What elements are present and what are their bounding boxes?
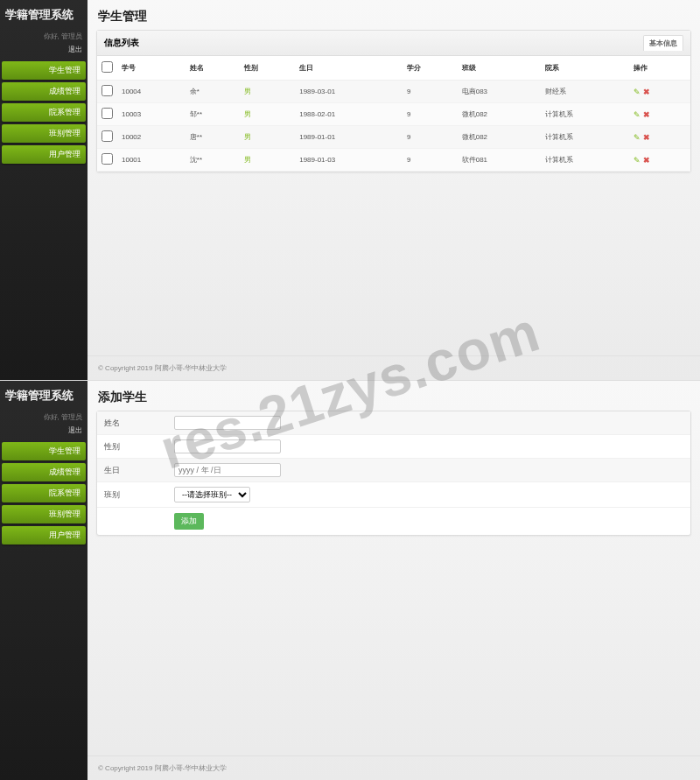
edit-icon[interactable]: ✎ bbox=[634, 133, 640, 142]
nav-user[interactable]: 用户管理 bbox=[2, 526, 86, 545]
col-header: 学分 bbox=[402, 56, 458, 81]
checkbox-all[interactable] bbox=[102, 61, 113, 73]
cell-credit: 9 bbox=[402, 81, 458, 103]
table-row: 10001沈**男1989-01-039软件081计算机系✎✖ bbox=[97, 149, 690, 172]
cell-id: 10004 bbox=[117, 81, 186, 103]
nav: 学生管理 成绩管理 院系管理 班别管理 用户管理 bbox=[0, 61, 88, 164]
cell-credit: 9 bbox=[402, 149, 458, 172]
cell-class: 微机082 bbox=[458, 126, 541, 149]
cell-dept: 计算机系 bbox=[541, 126, 629, 149]
input-gender[interactable] bbox=[174, 439, 281, 453]
greeting: 你好, 管理员 bbox=[0, 30, 88, 43]
col-header: 院系 bbox=[541, 56, 629, 81]
select-class[interactable]: --请选择班别-- bbox=[174, 487, 250, 502]
nav-class[interactable]: 班别管理 bbox=[2, 505, 86, 524]
main-content: 添加学生 姓名 性别 生日 班别 --请选择班别-- 添加 © Copyrigh… bbox=[88, 381, 700, 780]
cell-name: 唐** bbox=[186, 126, 241, 149]
cell-credit: 9 bbox=[402, 126, 458, 149]
sidebar: 学籍管理系统 你好, 管理员 退出 学生管理 成绩管理 院系管理 班别管理 用户… bbox=[0, 0, 88, 380]
cell-id: 10003 bbox=[117, 103, 186, 126]
label-name: 姓名 bbox=[104, 418, 174, 429]
nav-student[interactable]: 学生管理 bbox=[2, 61, 86, 80]
page-title: 添加学生 bbox=[88, 381, 700, 411]
cell-id: 10002 bbox=[117, 126, 186, 149]
main-content: 学生管理 信息列表 基本信息 学号姓名性别生日学分班级院系操作 10004余*男… bbox=[88, 0, 700, 380]
cell-gender: 男 bbox=[240, 126, 295, 149]
col-header: 性别 bbox=[240, 56, 295, 81]
nav-dept[interactable]: 院系管理 bbox=[2, 484, 86, 502]
cell-dept: 计算机系 bbox=[541, 149, 629, 172]
label-birth: 生日 bbox=[104, 465, 174, 476]
cell-name: 沈** bbox=[186, 149, 241, 172]
cell-name: 余* bbox=[186, 81, 241, 103]
label-gender: 性别 bbox=[104, 441, 174, 453]
nav-user[interactable]: 用户管理 bbox=[2, 145, 86, 164]
delete-icon[interactable]: ✖ bbox=[643, 133, 650, 142]
cell-name: 邹** bbox=[186, 103, 241, 126]
add-form-panel: 姓名 性别 生日 班别 --请选择班别-- 添加 bbox=[96, 411, 691, 536]
page-title: 学生管理 bbox=[88, 0, 700, 30]
table-row: 10002唐**男1989-01-019微机082计算机系✎✖ bbox=[97, 126, 690, 149]
cell-class: 微机082 bbox=[458, 103, 541, 126]
greeting: 你好, 管理员 bbox=[0, 411, 88, 424]
input-name[interactable] bbox=[174, 416, 281, 430]
edit-icon[interactable]: ✎ bbox=[634, 156, 640, 165]
info-panel: 信息列表 基本信息 学号姓名性别生日学分班级院系操作 10004余*男1989-… bbox=[96, 30, 691, 172]
edit-icon[interactable]: ✎ bbox=[634, 110, 640, 119]
delete-icon[interactable]: ✖ bbox=[643, 156, 650, 165]
row-checkbox[interactable] bbox=[102, 153, 113, 165]
tab-basic-info[interactable]: 基本信息 bbox=[643, 35, 683, 51]
cell-id: 10001 bbox=[117, 149, 186, 172]
cell-birth: 1989-01-03 bbox=[295, 149, 402, 172]
col-header: 生日 bbox=[295, 56, 402, 81]
cell-birth: 1989-03-01 bbox=[295, 81, 402, 103]
footer: © Copyright 2019 阿腾小哥-华中林业大学 bbox=[88, 355, 700, 380]
table-row: 10004余*男1989-03-019电商083财经系✎✖ bbox=[97, 81, 690, 103]
nav-grade[interactable]: 成绩管理 bbox=[2, 463, 86, 481]
col-header: 操作 bbox=[629, 56, 690, 81]
app-title: 学籍管理系统 bbox=[0, 0, 88, 30]
delete-icon[interactable]: ✖ bbox=[643, 110, 650, 119]
nav: 学生管理 成绩管理 院系管理 班别管理 用户管理 bbox=[0, 442, 88, 545]
col-header: 班级 bbox=[458, 56, 541, 81]
table-row: 10003邹**男1988-02-019微机082计算机系✎✖ bbox=[97, 103, 690, 126]
edit-icon[interactable]: ✎ bbox=[634, 88, 640, 96]
logout-link[interactable]: 退出 bbox=[0, 424, 88, 442]
footer: © Copyright 2019 阿腾小哥-华中林业大学 bbox=[88, 755, 700, 780]
row-checkbox[interactable] bbox=[102, 85, 113, 96]
submit-button[interactable]: 添加 bbox=[174, 513, 204, 530]
nav-student[interactable]: 学生管理 bbox=[2, 442, 86, 460]
cell-class: 电商083 bbox=[458, 81, 541, 103]
row-checkbox[interactable] bbox=[102, 130, 113, 142]
nav-grade[interactable]: 成绩管理 bbox=[2, 82, 86, 101]
cell-gender: 男 bbox=[240, 103, 295, 126]
col-header: 学号 bbox=[117, 56, 186, 81]
sidebar: 学籍管理系统 你好, 管理员 退出 学生管理 成绩管理 院系管理 班别管理 用户… bbox=[0, 381, 88, 780]
nav-dept[interactable]: 院系管理 bbox=[2, 103, 86, 122]
logout-link[interactable]: 退出 bbox=[0, 43, 88, 61]
row-checkbox[interactable] bbox=[102, 108, 113, 119]
label-class: 班别 bbox=[104, 489, 174, 501]
student-table: 学号姓名性别生日学分班级院系操作 10004余*男1989-03-019电商08… bbox=[97, 56, 690, 172]
panel-header: 信息列表 基本信息 bbox=[97, 31, 690, 56]
nav-class[interactable]: 班别管理 bbox=[2, 124, 86, 143]
cell-birth: 1988-02-01 bbox=[295, 103, 402, 126]
col-header: 姓名 bbox=[186, 56, 241, 81]
input-birth[interactable] bbox=[174, 463, 281, 477]
app-title: 学籍管理系统 bbox=[0, 381, 88, 411]
delete-icon[interactable]: ✖ bbox=[643, 88, 650, 96]
cell-birth: 1989-01-01 bbox=[295, 126, 402, 149]
cell-dept: 计算机系 bbox=[541, 103, 629, 126]
panel-title: 信息列表 bbox=[104, 37, 139, 49]
cell-credit: 9 bbox=[402, 103, 458, 126]
cell-gender: 男 bbox=[240, 81, 295, 103]
cell-gender: 男 bbox=[240, 149, 295, 172]
cell-dept: 财经系 bbox=[541, 81, 629, 103]
col-header bbox=[97, 56, 117, 81]
cell-class: 软件081 bbox=[458, 149, 541, 172]
